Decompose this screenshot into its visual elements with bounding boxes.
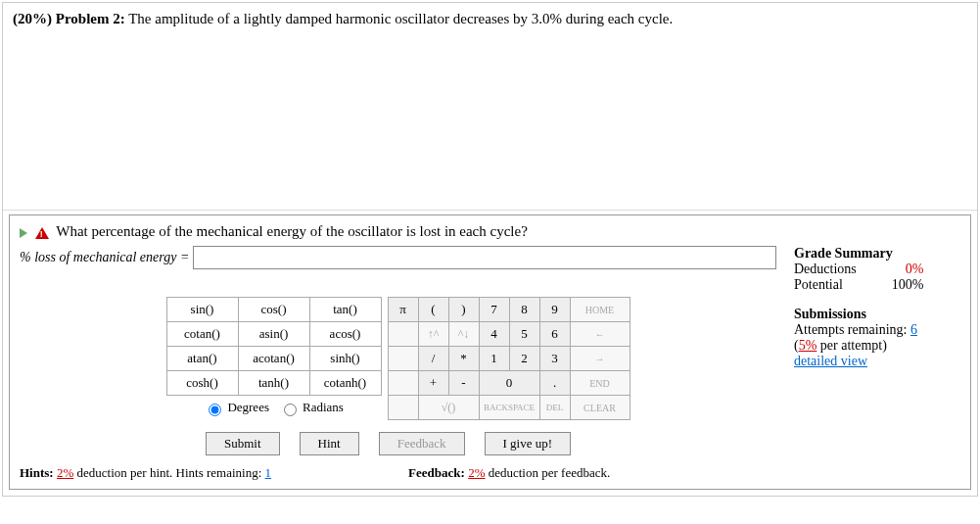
- key-cosh[interactable]: cosh(): [166, 371, 238, 396]
- radians-option[interactable]: Radians: [279, 400, 344, 414]
- key-blank2: [388, 347, 418, 371]
- key-acos[interactable]: acos(): [309, 322, 381, 347]
- deductions-value: 0%: [863, 262, 930, 277]
- hints-text: deduction per hint. Hints remaining:: [77, 465, 262, 480]
- radians-radio[interactable]: [284, 404, 297, 416]
- key-dot[interactable]: .: [539, 371, 570, 396]
- play-icon: [20, 228, 27, 238]
- key-slash[interactable]: /: [418, 347, 448, 371]
- problem-weight: (20%) Problem 2:: [13, 11, 125, 26]
- penalty-row: (5% per attempt): [794, 338, 960, 354]
- key-lparen[interactable]: (: [418, 298, 448, 322]
- part-frame: What percentage of the mechanical energy…: [9, 214, 971, 490]
- key-left[interactable]: ←: [570, 322, 630, 347]
- key-5[interactable]: 5: [509, 322, 539, 347]
- degrees-label: Degrees: [227, 400, 269, 414]
- problem-header: (20%) Problem 2: The amplitude of a ligh…: [3, 3, 977, 33]
- grade-title: Grade Summary: [794, 246, 960, 262]
- potential-value: 100%: [863, 277, 930, 293]
- hints-remaining[interactable]: 1: [265, 465, 272, 480]
- part-question: What percentage of the mechanical energy…: [56, 223, 528, 239]
- answer-label: % loss of mechanical energy =: [20, 250, 189, 265]
- attempts-value[interactable]: 6: [910, 322, 917, 337]
- problem-text: The amplitude of a lightly damped harmon…: [128, 11, 673, 26]
- detailed-view-link[interactable]: detailed view: [794, 354, 960, 369]
- key-acotan[interactable]: acotan(): [238, 347, 309, 371]
- key-sinh[interactable]: sinh(): [309, 347, 381, 371]
- feedback-button[interactable]: Feedback: [379, 432, 465, 455]
- feedback-text: deduction per feedback.: [489, 465, 611, 480]
- problem-container: (20%) Problem 2: The amplitude of a ligh…: [2, 2, 978, 497]
- key-blank4: [388, 396, 418, 420]
- function-keypad: sin() cos() tan() cotan() asin() acos() …: [166, 297, 382, 396]
- key-sqrt[interactable]: √(): [418, 396, 479, 420]
- key-rparen[interactable]: ): [448, 298, 479, 322]
- key-0[interactable]: 0: [479, 371, 539, 396]
- key-minus[interactable]: -: [448, 371, 479, 396]
- key-tan[interactable]: tan(): [309, 298, 381, 322]
- grade-table: Deductions 0% Potential 100%: [794, 262, 929, 293]
- key-7[interactable]: 7: [479, 298, 509, 322]
- key-3[interactable]: 3: [539, 347, 570, 371]
- key-del[interactable]: DEL: [539, 396, 570, 420]
- key-blank3: [388, 371, 418, 396]
- attempts-row: Attempts remaining: 6: [794, 322, 960, 338]
- radians-label: Radians: [303, 400, 344, 414]
- numeric-keypad: π ( ) 7 8 9 HOME ↑^ ^↓ 4: [388, 297, 630, 420]
- problem-spacer: [3, 33, 977, 211]
- grade-panel: Grade Summary Deductions 0% Potential 10…: [794, 246, 960, 481]
- key-sin[interactable]: sin(): [166, 298, 238, 322]
- key-9[interactable]: 9: [539, 298, 570, 322]
- key-right[interactable]: →: [570, 347, 630, 371]
- submissions-title: Submissions: [794, 307, 960, 322]
- hints-feedback-row: Hints: 2% deduction per hint. Hints rema…: [20, 465, 776, 481]
- hints-deduction: 2%: [57, 465, 73, 480]
- key-6[interactable]: 6: [539, 322, 570, 347]
- key-cotan[interactable]: cotan(): [166, 322, 238, 347]
- feedback-note: Feedback: 2% deduction per feedback.: [408, 465, 610, 481]
- key-cotanh[interactable]: cotanh(): [309, 371, 381, 396]
- feedback-label: Feedback:: [408, 465, 465, 480]
- key-end[interactable]: END: [570, 371, 630, 396]
- key-blank1: [388, 322, 418, 347]
- hints-label: Hints:: [20, 465, 54, 480]
- key-plus[interactable]: +: [418, 371, 448, 396]
- key-4[interactable]: 4: [479, 322, 509, 347]
- key-8[interactable]: 8: [509, 298, 539, 322]
- hints-note: Hints: 2% deduction per hint. Hints rema…: [20, 465, 271, 481]
- degrees-radio[interactable]: [209, 404, 221, 416]
- feedback-deduction: 2%: [468, 465, 485, 480]
- penalty-pct: 5%: [799, 338, 817, 353]
- angle-mode-row: Degrees Radians: [166, 396, 382, 416]
- key-caret-down[interactable]: ^↓: [448, 322, 479, 347]
- answer-row: % loss of mechanical energy =: [20, 246, 776, 269]
- key-2[interactable]: 2: [509, 347, 539, 371]
- key-atan[interactable]: atan(): [166, 347, 238, 371]
- warning-icon: [35, 227, 49, 239]
- key-caret-up[interactable]: ↑^: [418, 322, 448, 347]
- attempts-label: Attempts remaining:: [794, 322, 907, 337]
- giveup-button[interactable]: I give up!: [485, 432, 572, 455]
- part-question-row: What percentage of the mechanical energy…: [20, 223, 960, 246]
- key-clear[interactable]: CLEAR: [570, 396, 630, 420]
- key-1[interactable]: 1: [479, 347, 509, 371]
- key-star[interactable]: *: [448, 347, 479, 371]
- deductions-label: Deductions: [794, 262, 863, 277]
- key-backspace[interactable]: BACKSPACE: [479, 396, 539, 420]
- submit-button[interactable]: Submit: [206, 432, 280, 455]
- key-pi[interactable]: π: [388, 298, 418, 322]
- penalty-text: per attempt): [820, 338, 887, 353]
- keypad-area: sin() cos() tan() cotan() asin() acos() …: [20, 297, 776, 420]
- answer-input[interactable]: [193, 246, 776, 269]
- potential-label: Potential: [794, 277, 863, 293]
- degrees-option[interactable]: Degrees: [204, 400, 269, 414]
- action-row: Submit Hint Feedback I give up!: [20, 432, 776, 455]
- key-cos[interactable]: cos(): [238, 298, 309, 322]
- key-asin[interactable]: asin(): [238, 322, 309, 347]
- hint-button[interactable]: Hint: [300, 432, 359, 455]
- key-home[interactable]: HOME: [570, 298, 630, 322]
- key-tanh[interactable]: tanh(): [238, 371, 309, 396]
